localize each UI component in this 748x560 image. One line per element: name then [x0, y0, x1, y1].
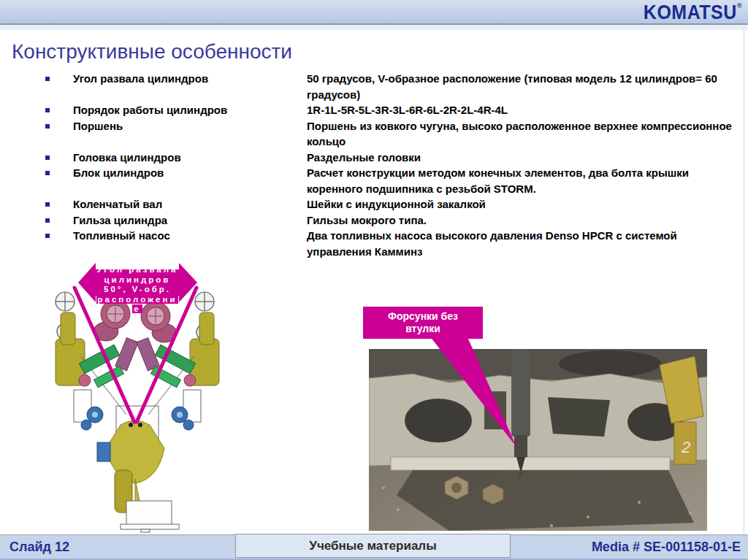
bullet-icon	[45, 218, 50, 223]
bullet-icon	[45, 124, 50, 129]
injector-callout: Форсунки без втулки	[363, 307, 483, 339]
feature-row: Коленчатый вал Шейки с индукционной зака…	[45, 196, 741, 212]
feature-row: Порядок работы цилиндров 1R-1L-5R-5L-3R-…	[45, 102, 741, 118]
feature-desc: Раздельные головки	[307, 150, 741, 166]
feature-term: Блок цилиндров	[73, 165, 164, 181]
feature-term: Порядок работы цилиндров	[73, 102, 227, 118]
bullet-icon	[45, 202, 50, 207]
feature-row: Угол развала цилиндров 50 градусов, V-об…	[45, 71, 741, 102]
feature-desc: Гильзы мокрого типа.	[307, 212, 741, 229]
bank-angle-label-line: цилиндров	[53, 275, 221, 285]
bullet-icon	[45, 234, 50, 238]
feature-row: Топливный насос Два топливных насоса выс…	[45, 228, 741, 259]
bullet-icon	[45, 171, 50, 175]
header-substrip	[0, 25, 748, 30]
bullet-icon	[45, 156, 50, 160]
page-title: Конструктивные особенности	[12, 40, 292, 64]
feature-desc: Расчет конструкции методом конечных элем…	[307, 165, 741, 196]
komatsu-logo: KOMATSU®	[644, 1, 742, 23]
bullet-icon	[45, 77, 50, 81]
bank-angle-label: Угол развала цилиндров 50°, V-обр. распо…	[53, 265, 221, 315]
svg-text:2: 2	[681, 438, 690, 456]
feature-row: Поршень Поршень из ковкого чугуна, высок…	[45, 118, 741, 150]
engine-diagram: Угол развала цилиндров 50°, V-обр. распо…	[53, 260, 221, 533]
registered-mark: ®	[737, 1, 742, 9]
header-band	[0, 0, 748, 23]
bank-angle-label-line: Угол развала	[53, 265, 221, 275]
feature-row: Гильза цилиндра Гильзы мокрого типа.	[45, 212, 741, 229]
feature-list: Угол развала цилиндров 50 градусов, V-об…	[45, 71, 741, 259]
feature-desc: Шейки с индукционной закалкой	[307, 196, 741, 212]
media-id: Media # SE-001158-01-E	[592, 540, 741, 555]
injector-callout-line: Форсунки без	[363, 310, 483, 323]
bullet-icon	[45, 108, 50, 112]
feature-row: Блок цилиндров Расчет конструкции методо…	[45, 165, 741, 196]
presentation-slide: KOMATSU® Конструктивные особенности Угол…	[0, 0, 748, 560]
feature-term: Головка цилиндров	[73, 150, 181, 166]
feature-desc: 1R-1L-5R-5L-3R-3L-6R-6L-2R-2L-4R-4L	[307, 102, 741, 118]
feature-desc: Два топливных насоса высокого давления D…	[307, 228, 741, 259]
bank-angle-label-line: е	[53, 304, 221, 315]
slide-number: Слайд 12	[9, 540, 69, 555]
bank-angle-label-line: расположени	[53, 295, 221, 305]
feature-term: Угол развала цилиндров	[73, 71, 208, 87]
feature-term: Поршень	[73, 118, 123, 134]
feature-desc: 50 градусов, V-образное расположение (ти…	[307, 71, 741, 102]
feature-desc: Поршень из ковкого чугуна, высоко распол…	[307, 118, 741, 150]
feature-row: Головка цилиндров Раздельные головки	[45, 150, 741, 166]
footer-center-box: Учебные материалы	[235, 534, 511, 558]
slide-right-border	[744, 30, 744, 534]
feature-term: Гильза цилиндра	[73, 212, 167, 229]
bank-angle-label-line: 50°, V-обр.	[53, 285, 221, 295]
injector-callout-line: втулки	[363, 323, 483, 335]
feature-term: Коленчатый вал	[73, 196, 162, 212]
feature-term: Топливный насос	[73, 228, 170, 244]
